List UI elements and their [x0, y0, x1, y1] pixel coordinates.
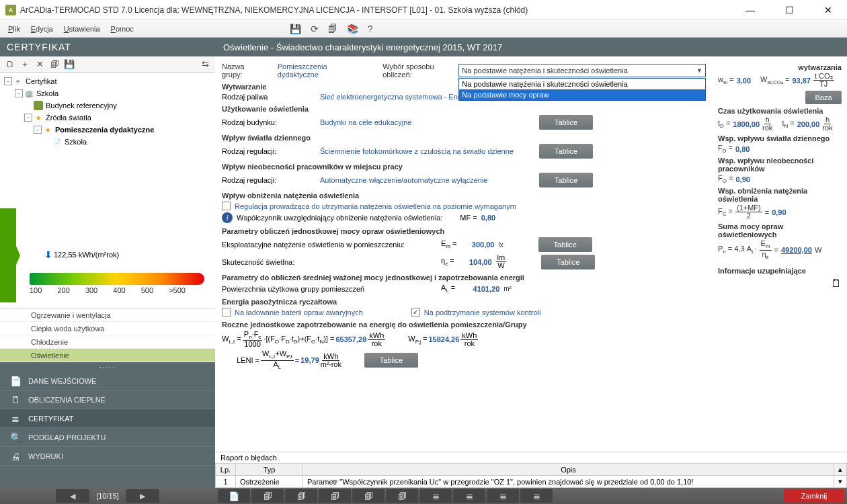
side-column: wytwarzania wel =3,00Wel,CO₂ =93,87t CO₂… [713, 56, 847, 452]
regulacja2-value[interactable]: Automatyczne włączenie/automatyczne wyłą… [320, 176, 535, 184]
nav-podglad[interactable]: 🔍PODGLĄD PROJEKTU [0, 428, 215, 447]
title-text: ArCADia-TERMOCAD STD 7.0 Licencja dla: W… [20, 5, 737, 15]
tablice-button-5[interactable]: Tablice [541, 255, 595, 269]
bb-btn-10[interactable]: ≣ [520, 489, 553, 503]
ladowanie-label[interactable]: Na ładowanie baterii opraw awaryjnych [235, 308, 363, 317]
book-icon[interactable]: 📚 [347, 24, 358, 34]
bb-btn-7[interactable]: ≣ [419, 489, 452, 503]
menu-edycja[interactable]: Edycja [31, 25, 53, 33]
bb-btn-2[interactable]: 🗐 [251, 489, 284, 503]
al-value: 4101,20 [459, 285, 499, 293]
err-scroll-up[interactable]: ▴ [834, 464, 847, 476]
section-wplyw-dzienne: Wpływ światła dziennego [222, 134, 706, 142]
tree-item-szkola2[interactable]: 📄Szkoła [4, 136, 211, 148]
note-icon[interactable]: 🗒 [831, 278, 842, 289]
gauge-bar [30, 273, 204, 285]
wpj-unit: kWhrok [460, 332, 478, 347]
help-icon[interactable]: ? [368, 24, 373, 34]
podtrzymanie-label[interactable]: Na podtrzymanie systemów kontroli [424, 308, 541, 317]
select-value: Na podstawie natężenia i skuteczności oś… [462, 67, 627, 75]
nav-wydruki[interactable]: 🖨WYDRUKI [0, 447, 215, 466]
table-row[interactable]: 1OstrzeżenieParametr "Współczynnik przen… [216, 476, 847, 488]
side-suma-head: Suma mocy opraw oświetleniowych [718, 222, 842, 239]
calc-method-select[interactable]: Na podstawie natężenia i skuteczności oś… [458, 64, 706, 77]
add-icon[interactable]: + [19, 58, 31, 71]
cat-chlodzenie[interactable]: Chłodzenie [0, 335, 215, 349]
dropdown-opt-2[interactable]: Na podstawie mocy opraw [459, 89, 705, 100]
delete-icon[interactable]: ✕ [34, 58, 46, 71]
wel-value: 3,00 [737, 77, 751, 85]
pn-value[interactable]: 49200,00 [781, 246, 812, 254]
refresh-icon[interactable]: ⟳ [311, 24, 319, 34]
menu-ustawienia[interactable]: Ustawienia [64, 25, 100, 33]
bb-btn-3[interactable]: 🗐 [285, 489, 317, 503]
tablice-button-1[interactable]: Tablice [539, 115, 593, 130]
nav-obliczenia[interactable]: 🗒OBLICZENIA CIEPLNE [0, 390, 215, 409]
zamknij-button[interactable]: Zamknij [784, 489, 844, 503]
nz-symbol: ηz = [441, 257, 454, 267]
close-button[interactable]: ✕ [815, 0, 842, 20]
save-icon[interactable]: 💾 [290, 24, 301, 34]
tablice-button-4[interactable]: Tablice [538, 237, 592, 252]
cat-cwu[interactable]: Ciepła woda użytkowa [0, 322, 215, 335]
td-sym: tD = [718, 119, 730, 129]
tree-item-pom[interactable]: −●Pomieszczenia dydaktyczne [4, 124, 211, 136]
nav-dane[interactable]: 📄DANE WEJŚCIOWE [0, 372, 215, 390]
welco-unit: t CO₂TJ [813, 73, 834, 88]
al-unit: m² [503, 285, 512, 292]
sync-icon[interactable]: ⇆ [199, 58, 211, 71]
page-next-button[interactable]: ▶ [126, 489, 159, 503]
bb-btn-9[interactable]: ≣ [487, 489, 519, 503]
err-opis: Parametr "Współczynnik przenikania Uc" w… [303, 476, 834, 488]
section-obnizenie: Wpływ obniżenia natężenia oświetlenia [222, 192, 706, 200]
menu-pomoc[interactable]: Pomoc [111, 25, 134, 33]
dots-handle[interactable]: ..... [0, 362, 215, 372]
em-unit: lx [499, 241, 503, 249]
print-icon: 🖨 [9, 450, 22, 462]
bb-btn-5[interactable]: 🗐 [352, 489, 385, 503]
tree-item-budynek[interactable]: Budynek referencyjny [4, 99, 211, 112]
dropdown-opt-1[interactable]: Na podstawie natężenia i skuteczności oś… [459, 79, 705, 89]
section-energia-paso: Energia pasożytnicza ryczałtowa [222, 298, 706, 306]
section-roczne: Roczne jednostkowe zapotrzebowanie na en… [222, 321, 706, 329]
err-h-opis: Opis [303, 464, 834, 476]
cat-ogrzewanie[interactable]: Ogrzewanie i wentylacja [0, 308, 215, 322]
tablice-button-6[interactable]: Tablice [364, 353, 418, 368]
tree-item-cert[interactable]: −≡Certyfikat [4, 75, 211, 87]
baza-button[interactable]: Baza [805, 91, 842, 104]
nazwa-value[interactable]: Pomieszczenia dydaktyczne [278, 62, 359, 79]
regulacja-chk-label[interactable]: Regulacja prowadząca do utrzymania natęż… [235, 202, 516, 210]
regulacja-value[interactable]: Ściemnienie fotokomórkowe z czułością na… [320, 147, 535, 155]
tree-item-zrodla[interactable]: −●Źródła światła [4, 112, 211, 124]
rodzaj-paliwa-label: Rodzaj paliwa [222, 93, 316, 101]
gauge-scale: 100200300400500>500 [30, 286, 186, 294]
minimize-button[interactable]: — [737, 0, 764, 20]
tree-item-szkola[interactable]: −🏢Szkoła [4, 87, 211, 99]
podtrzymanie-checkbox[interactable]: ✓ [411, 308, 420, 317]
bb-btn-6[interactable]: 🗐 [386, 489, 418, 503]
tablice-button-2[interactable]: Tablice [539, 144, 593, 159]
gauge-arrow-icon: ⬇ [44, 249, 52, 260]
new-icon[interactable]: 🗋 [4, 58, 16, 71]
cat-oswietlenie[interactable]: Oświetlenie [0, 349, 215, 362]
nav-certyfikat[interactable]: ≣CERTYFIKAT [0, 409, 215, 428]
fo-sym: FO = [718, 174, 733, 184]
menu-plik[interactable]: Plik [8, 25, 20, 33]
save2-icon[interactable]: 💾 [63, 58, 75, 71]
bb-btn-8[interactable]: ≣ [453, 489, 485, 503]
bb-btn-4[interactable]: 🗐 [319, 489, 351, 503]
category-list: Ogrzewanie i wentylacja Ciepła woda użyt… [0, 308, 215, 362]
budynek-value[interactable]: Budynki na cele edukacyjne [320, 118, 535, 126]
ladowanie-checkbox[interactable] [222, 308, 231, 317]
bb-btn-1[interactable]: 📄 [218, 489, 250, 503]
err-scroll-down[interactable]: ▾ [834, 476, 847, 488]
maximize-button[interactable]: ☐ [776, 0, 803, 20]
wybor-label: Wybór sposobu obliczeń: [382, 62, 454, 79]
wpj-symbol: WP,j = [408, 335, 427, 345]
regulacja-checkbox[interactable] [222, 202, 231, 210]
copy-icon[interactable]: 🗐 [48, 58, 61, 71]
tablice-button-3[interactable]: Tablice [539, 173, 593, 187]
page-prev-button[interactable]: ◀ [56, 489, 89, 503]
energy-gauge: ⬇122,55 kWh/(m²rok) 100200300400500>500 [0, 247, 215, 308]
calc-icon[interactable]: 🗐 [328, 24, 337, 34]
